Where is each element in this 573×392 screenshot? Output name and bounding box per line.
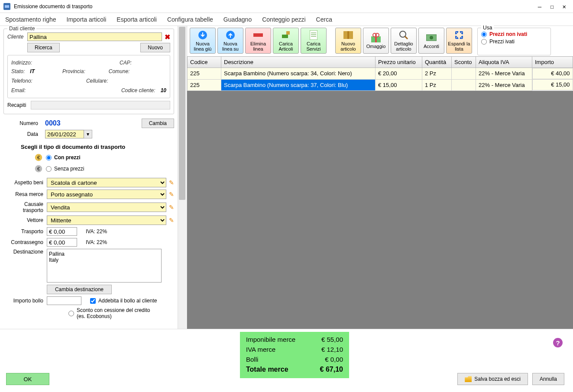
- carica-servizi-button[interactable]: Carica Servizi: [301, 28, 327, 54]
- cell-sconto[interactable]: [452, 79, 476, 90]
- cambia-numero-button[interactable]: Cambia: [142, 119, 174, 128]
- cell-iva[interactable]: 22% - Merce Varia: [476, 68, 532, 80]
- edit-causale-icon[interactable]: ✎: [169, 204, 174, 211]
- resa-select[interactable]: Porto assegnato: [47, 190, 166, 199]
- causale-select[interactable]: Vendita: [47, 202, 166, 212]
- senza-prezzi-icon: €: [34, 164, 43, 174]
- prezzi-ivati-radio[interactable]: [481, 39, 487, 45]
- cell-importo[interactable]: € 40,00: [532, 68, 573, 79]
- items-table[interactable]: CodiceDescrizionePrezzo unitarioQuantità…: [187, 56, 573, 91]
- date-picker-button[interactable]: ▾: [84, 130, 92, 138]
- edit-vettore-icon[interactable]: ✎: [169, 217, 174, 224]
- scegli-label: Scegli il tipo di documento di trasporto: [3, 140, 174, 151]
- money-icon: [426, 32, 437, 43]
- table-row[interactable]: 225Scarpa Bambino (Numero scarpa: 37, Co…: [188, 79, 573, 90]
- nuova-linea-giu-button[interactable]: Nuova linea giù: [190, 28, 216, 54]
- clear-cliente-icon[interactable]: ✖: [165, 33, 170, 41]
- edit-resa-icon[interactable]: ✎: [169, 191, 174, 198]
- con-prezzi-icon: €: [34, 153, 43, 162]
- cell-qty[interactable]: 1 Pz: [422, 79, 452, 90]
- menu-spostamento[interactable]: Spostamento righe: [5, 16, 56, 23]
- recapiti-input[interactable]: [31, 101, 170, 109]
- cell-sconto[interactable]: [452, 68, 476, 80]
- salva-bozza-button[interactable]: Salva bozza ed esci: [457, 373, 528, 385]
- close-button[interactable]: ✕: [563, 3, 566, 10]
- minimize-button[interactable]: —: [538, 3, 541, 10]
- menu-configura[interactable]: Configura tabelle: [167, 16, 213, 23]
- espandi-lista-button[interactable]: Espandi la lista: [446, 28, 472, 54]
- acconti-button[interactable]: Acconti: [418, 28, 444, 54]
- addebita-bollo-checkbox[interactable]: [90, 298, 96, 304]
- minus-icon: [253, 30, 263, 40]
- table-row[interactable]: 225Scarpa Bambino (Numero scarpa: 34, Co…: [188, 68, 573, 80]
- cell-desc[interactable]: Scarpa Bambino (Numero scarpa: 37, Color…: [221, 79, 376, 90]
- client-groupbox: Dati cliente Cliente ✖ Ricerca Nuovo Ind…: [3, 29, 174, 114]
- cell-desc[interactable]: Scarpa Bambino (Numero scarpa: 34, Color…: [221, 68, 376, 80]
- col-header[interactable]: Aliquota IVA: [476, 57, 532, 68]
- prezzi-non-ivati-radio[interactable]: [481, 32, 487, 37]
- cell-qty[interactable]: 2 Pz: [422, 68, 452, 80]
- cambia-destinazione-button[interactable]: Cambia destinazione: [47, 285, 112, 294]
- window-title: Emissione documento di trasporto: [14, 3, 538, 10]
- sconto-cessione-radio[interactable]: [68, 311, 74, 316]
- vettore-select[interactable]: Mittente: [47, 215, 166, 225]
- ok-button[interactable]: OK: [6, 373, 49, 385]
- codice-cliente-value: 10: [161, 87, 166, 93]
- svg-rect-10: [310, 30, 317, 40]
- totals-panel: Imponibile merce€ 55,00 IVA merce€ 12,10…: [240, 332, 349, 378]
- arrow-down-icon: [197, 30, 208, 40]
- trasporto-input[interactable]: [47, 227, 77, 236]
- contrassegno-input[interactable]: [47, 238, 77, 247]
- data-input[interactable]: [45, 130, 84, 138]
- omaggio-button[interactable]: Omaggio: [363, 28, 389, 54]
- cell-codice[interactable]: 225: [188, 68, 221, 80]
- dettaglio-articolo-button[interactable]: Dettaglio articolo: [391, 28, 417, 54]
- vettore-label: Vettore: [3, 217, 47, 223]
- resa-label: Resa merce: [3, 191, 47, 197]
- help-icon[interactable]: ?: [553, 338, 563, 347]
- menu-importa[interactable]: Importa articoli: [67, 16, 107, 23]
- menu-esporta[interactable]: Esporta articoli: [117, 16, 157, 23]
- cell-prezzo[interactable]: € 20,00: [376, 68, 422, 80]
- col-header[interactable]: Descrizione: [221, 57, 376, 68]
- edit-aspetto-icon[interactable]: ✎: [169, 179, 174, 186]
- svg-rect-15: [347, 31, 349, 39]
- indirizzo-label: Indirizzo:: [11, 60, 32, 66]
- svg-text:€: €: [37, 166, 40, 171]
- senza-prezzi-radio[interactable]: [46, 166, 52, 172]
- left-scrollbar[interactable]: [178, 26, 186, 329]
- data-label: Data: [16, 131, 42, 137]
- importo-bollo-input[interactable]: [47, 296, 81, 305]
- ricerca-button[interactable]: Ricerca: [27, 43, 60, 52]
- cell-importo[interactable]: € 15,00: [532, 79, 573, 90]
- col-header[interactable]: Importo: [532, 57, 573, 68]
- col-header[interactable]: Prezzo unitario: [376, 57, 422, 68]
- svg-rect-8: [282, 35, 288, 38]
- con-prezzi-radio[interactable]: [46, 155, 52, 161]
- nuovo-cliente-button[interactable]: Nuovo: [140, 43, 170, 52]
- gift-icon: [371, 32, 381, 43]
- iva-merce-label: IVA merce: [246, 346, 275, 353]
- svg-rect-7: [253, 33, 263, 37]
- cell-iva[interactable]: 22% - Merce Varia: [476, 79, 532, 90]
- maximize-button[interactable]: ☐: [550, 3, 554, 10]
- totale-label: Totale merce: [246, 366, 288, 373]
- destinazione-textarea[interactable]: Pallina Italy: [47, 249, 162, 283]
- col-header[interactable]: Codice: [188, 57, 221, 68]
- carica-articoli-button[interactable]: Carica Articoli: [273, 28, 299, 54]
- col-header[interactable]: Quantità: [422, 57, 452, 68]
- menu-guadagno[interactable]: Guadagno: [223, 16, 252, 23]
- cell-codice[interactable]: 225: [188, 79, 221, 90]
- cell-prezzo[interactable]: € 15,00: [376, 79, 422, 90]
- elimina-linea-button[interactable]: Elimina linea: [245, 28, 271, 54]
- aspetto-select[interactable]: Scatola di cartone: [47, 178, 166, 187]
- nuovo-articolo-button[interactable]: Nuovo articolo: [335, 28, 361, 54]
- col-header[interactable]: Sconto: [452, 57, 476, 68]
- nuova-linea-su-button[interactable]: Nuova linea su: [217, 28, 243, 54]
- menu-cerca[interactable]: Cerca: [316, 16, 332, 23]
- annulla-button[interactable]: Annulla: [532, 373, 564, 385]
- totale-value: € 67,10: [320, 366, 343, 373]
- svg-rect-17: [375, 36, 377, 42]
- cliente-input[interactable]: [27, 32, 162, 41]
- menu-conteggio[interactable]: Conteggio pezzi: [262, 16, 305, 23]
